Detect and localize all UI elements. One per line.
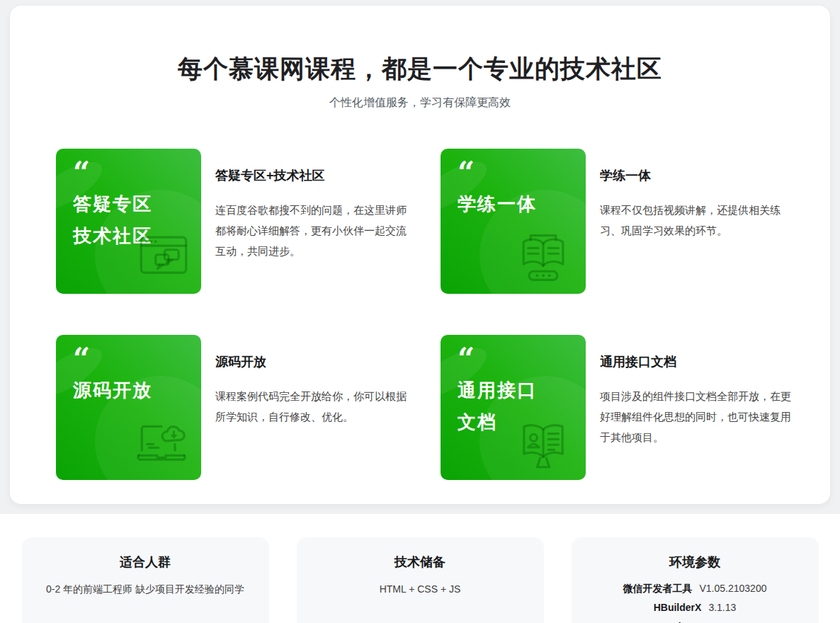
tile-title: 学练一体 xyxy=(458,188,586,220)
doc-book-monitor-icon xyxy=(519,421,567,470)
env-param-label: 微信开发者工具 xyxy=(623,583,693,594)
feature-api-docs: “ 通用接口 文档 xyxy=(441,335,830,480)
feature-grid: “ 答疑专区 技术社区 xyxy=(56,149,830,480)
feature-learn-practice: “ 学练一体 xyxy=(441,149,830,294)
env-param-label: HBuilderX xyxy=(654,602,702,613)
quote-mark: “ xyxy=(73,166,201,181)
env-param-value: 3.1.13 xyxy=(708,602,736,613)
feature-tile-docs: “ 通用接口 文档 xyxy=(441,335,586,480)
page-subtitle: 个性化增值服务，学习有保障更高效 xyxy=(10,96,830,110)
info-card-title: 适合人群 xyxy=(22,554,269,570)
feature-tile-learn: “ 学练一体 xyxy=(441,149,586,294)
reader-book-icon xyxy=(519,233,567,282)
chat-browser-icon xyxy=(140,236,188,280)
tile-title: 源码开放 xyxy=(73,375,201,406)
feature-text: 答疑专区+技术社区 连百度谷歌都搜不到的问题，在这里讲师都将耐心详细解答，更有小… xyxy=(215,149,415,294)
feature-tile-qa: “ 答疑专区 技术社区 xyxy=(56,149,201,294)
environment-params: 微信开发者工具V1.05.2103200 HBuilderX3.1.13 nod… xyxy=(572,579,819,623)
info-card-description: 0-2 年的前端工程师 缺少项目开发经验的同学 xyxy=(22,582,269,596)
feature-text: 学练一体 课程不仅包括视频讲解，还提供相关练习、巩固学习效果的环节。 xyxy=(600,149,800,294)
feature-tile-source: “ 源码开放 xyxy=(56,335,201,480)
info-card-audience: 适合人群 0-2 年的前端工程师 缺少项目开发经验的同学 xyxy=(22,537,269,623)
feature-text: 通用接口文档 项目涉及的组件接口文档全部开放，在更好理解组件化思想的同时，也可快… xyxy=(600,335,800,480)
feature-title: 答疑专区+技术社区 xyxy=(215,168,415,183)
env-param-row: 微信开发者工具V1.05.2103200 xyxy=(572,579,819,598)
quote-mark: “ xyxy=(73,352,201,367)
info-card-description: HTML + CSS + JS xyxy=(297,582,544,596)
feature-title: 通用接口文档 xyxy=(600,354,800,370)
page-title: 每个慕课网课程，都是一个专业的技术社区 xyxy=(10,51,830,86)
course-feature-card: 每个慕课网课程，都是一个专业的技术社区 个性化增值服务，学习有保障更高效 “ 答… xyxy=(10,6,830,504)
feature-qa-community: “ 答疑专区 技术社区 xyxy=(56,149,441,294)
env-param-row: HBuilderX3.1.13 xyxy=(572,598,819,617)
info-card-environment: 环境参数 微信开发者工具V1.05.2103200 HBuilderX3.1.1… xyxy=(572,537,819,623)
feature-description: 连百度谷歌都搜不到的问题，在这里讲师都将耐心详细解答，更有小伙伴一起交流互动，共… xyxy=(215,200,415,261)
feature-open-source: “ 源码开放 xyxy=(56,335,441,480)
hero-section: 每个慕课网课程，都是一个专业的技术社区 个性化增值服务，学习有保障更高效 “ 答… xyxy=(0,0,840,514)
feature-text: 源码开放 课程案例代码完全开放给你，你可以根据所学知识，自行修改、优化。 xyxy=(215,335,415,480)
laptop-download-icon xyxy=(135,423,188,466)
info-card-prerequisites: 技术储备 HTML + CSS + JS xyxy=(297,537,544,623)
feature-title: 学练一体 xyxy=(600,168,800,183)
feature-title: 源码开放 xyxy=(215,354,415,370)
feature-description: 课程案例代码完全开放给你，你可以根据所学知识，自行修改、优化。 xyxy=(215,386,415,427)
course-info-section: 适合人群 0-2 年的前端工程师 缺少项目开发经验的同学 技术储备 HTML +… xyxy=(0,514,840,623)
feature-description: 课程不仅包括视频讲解，还提供相关练习、巩固学习效果的环节。 xyxy=(600,200,800,241)
env-param-row: node12.14.1 xyxy=(572,617,819,623)
info-card-title: 环境参数 xyxy=(572,554,819,570)
env-param-value: V1.05.2103200 xyxy=(700,583,767,594)
info-card-title: 技术储备 xyxy=(297,554,544,570)
feature-description: 项目涉及的组件接口文档全部开放，在更好理解组件化思想的同时，也可快速复用于其他项… xyxy=(600,386,800,447)
quote-mark: “ xyxy=(458,352,586,367)
quote-mark: “ xyxy=(458,166,586,181)
